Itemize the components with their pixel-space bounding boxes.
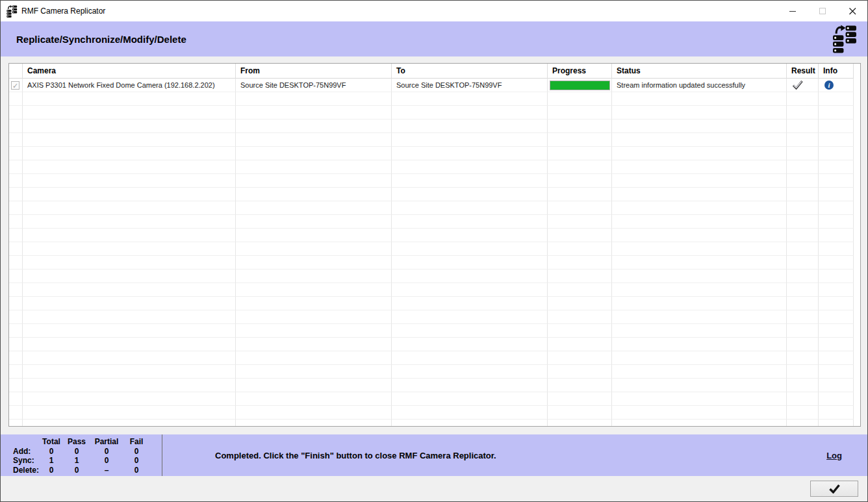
col-header-camera[interactable]: Camera	[23, 64, 236, 79]
empty-cell-filler	[854, 283, 860, 297]
col-header-info[interactable]: Info	[819, 64, 854, 79]
empty-cell-filler	[854, 188, 860, 201]
empty-cell	[787, 201, 819, 215]
col-header-checkbox[interactable]	[9, 64, 23, 79]
empty-cell-filler	[854, 270, 860, 283]
empty-cell	[787, 242, 819, 256]
empty-cell	[612, 201, 787, 215]
finish-button[interactable]	[810, 481, 858, 497]
empty-cell	[548, 147, 612, 160]
empty-cell	[9, 160, 23, 174]
col-header-from[interactable]: From	[236, 64, 392, 79]
empty-cell	[9, 338, 23, 351]
empty-cell-filler	[854, 160, 860, 174]
empty-cell-filler	[854, 229, 860, 242]
empty-cell	[392, 338, 548, 351]
window-title: RMF Camera Replicator	[21, 6, 105, 16]
empty-cell	[392, 283, 548, 297]
empty-cell	[23, 338, 236, 351]
empty-cell	[392, 160, 548, 174]
cell-progress	[548, 79, 612, 92]
empty-cell	[548, 351, 612, 365]
empty-cell	[787, 119, 819, 133]
empty-cell	[787, 310, 819, 324]
empty-cell	[819, 92, 854, 106]
log-link[interactable]: Log	[826, 434, 842, 476]
empty-table-row	[9, 188, 860, 201]
empty-cell	[819, 392, 854, 406]
empty-cell	[612, 147, 787, 160]
empty-cell	[612, 338, 787, 351]
empty-cell	[787, 215, 819, 229]
col-header-to[interactable]: To	[392, 64, 548, 79]
empty-cell	[548, 283, 612, 297]
summary-label: Delete:	[13, 466, 40, 475]
minimize-button[interactable]	[778, 1, 808, 21]
empty-cell	[548, 365, 612, 379]
empty-cell	[236, 392, 392, 406]
row-checkbox[interactable]: ✓	[11, 81, 19, 90]
info-icon[interactable]: i	[824, 81, 834, 90]
empty-table-row	[9, 201, 860, 215]
empty-table-row	[9, 406, 860, 420]
empty-cell	[236, 283, 392, 297]
empty-table-row	[9, 256, 860, 270]
empty-cell	[787, 147, 819, 160]
empty-cell	[236, 406, 392, 420]
close-button[interactable]	[837, 1, 867, 21]
empty-cell	[612, 283, 787, 297]
empty-cell	[236, 338, 392, 351]
empty-cell	[612, 270, 787, 283]
empty-cell	[548, 119, 612, 133]
empty-cell	[392, 365, 548, 379]
progress-bar	[550, 81, 610, 90]
empty-cell	[548, 324, 612, 338]
empty-table-row	[9, 283, 860, 297]
empty-cell	[819, 283, 854, 297]
empty-cell	[787, 324, 819, 338]
empty-cell-filler	[854, 338, 860, 351]
empty-cell	[612, 392, 787, 406]
page-header: Replicate/Synchronize/Modify/Delete	[1, 21, 867, 56]
empty-cell	[236, 270, 392, 283]
empty-cell	[548, 201, 612, 215]
empty-cell	[9, 229, 23, 242]
empty-cell	[819, 297, 854, 310]
empty-cell	[23, 420, 236, 427]
empty-cell	[9, 310, 23, 324]
empty-cell	[9, 106, 23, 119]
app-window: RMF Camera Replicator Replicate/Synchron…	[0, 0, 868, 502]
col-header-progress[interactable]: Progress	[548, 64, 612, 79]
empty-cell	[787, 188, 819, 201]
empty-cell	[236, 379, 392, 392]
summary-value: 0	[122, 456, 151, 466]
empty-cell	[787, 351, 819, 365]
empty-table-row	[9, 365, 860, 379]
empty-cell	[392, 310, 548, 324]
empty-cell	[548, 310, 612, 324]
empty-cell	[787, 420, 819, 427]
empty-table-row	[9, 270, 860, 283]
summary-header-total: Total	[40, 437, 62, 447]
empty-cell	[819, 420, 854, 427]
table-row[interactable]: ✓AXIS P3301 Network Fixed Dome Camera (1…	[9, 79, 860, 92]
empty-cell	[392, 174, 548, 188]
empty-cell	[9, 256, 23, 270]
col-header-status[interactable]: Status	[612, 64, 787, 79]
summary-header-partial: Partial	[91, 437, 122, 447]
summary-value: 0	[122, 447, 151, 457]
empty-cell-filler	[854, 420, 860, 427]
empty-cell	[23, 119, 236, 133]
col-header-result[interactable]: Result	[787, 64, 819, 79]
empty-table-row	[9, 351, 860, 365]
empty-cell	[236, 106, 392, 119]
empty-table-row	[9, 310, 860, 324]
empty-cell	[9, 379, 23, 392]
empty-cell	[236, 242, 392, 256]
empty-cell	[819, 365, 854, 379]
empty-cell	[236, 133, 392, 147]
summary-value: 0	[91, 456, 122, 466]
empty-table-row	[9, 324, 860, 338]
empty-cell	[392, 270, 548, 283]
empty-cell	[819, 188, 854, 201]
